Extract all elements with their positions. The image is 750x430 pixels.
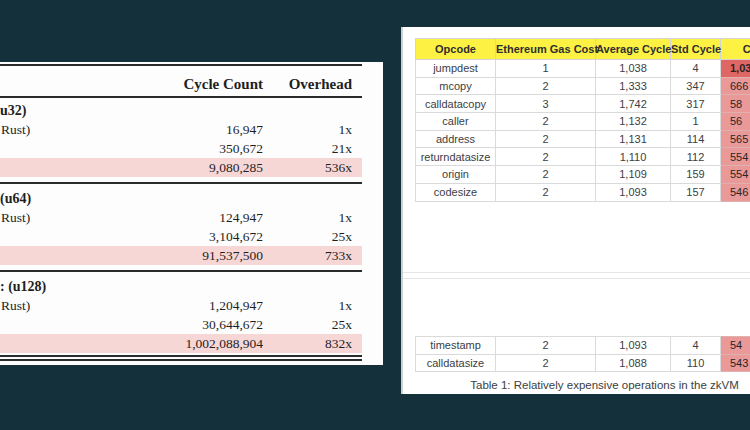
cycle-per-gas-cell: 1,03	[721, 60, 750, 78]
average-cycle-cell: 1,742	[596, 95, 671, 113]
column-header-opcode: Opcode	[416, 39, 496, 60]
benchmark-row: 91,537,500733x	[0, 246, 362, 265]
opcode-cell: timestamp	[416, 337, 496, 355]
benchmark-row: Rust)1,204,9471x	[0, 296, 383, 315]
gas-cost-cell: 2	[496, 166, 596, 184]
opcode-row: calldatacopy31,74231758	[416, 95, 750, 113]
benchmark-row: 3,104,67225x	[0, 227, 383, 246]
paper-section: (u64)Rust)124,9471x3,104,67225x91,537,50…	[0, 189, 383, 265]
opcode-table-bottom: timestamp21,093454calldatasize21,0881105…	[415, 336, 750, 372]
overhead-value: 21x	[0, 139, 352, 158]
cycle-per-gas-cell: 58	[721, 95, 750, 113]
benchmark-table-header: Cycle Count Overhead	[0, 68, 383, 96]
overhead-value: 832x	[0, 334, 352, 353]
opcode-cell: returndatasize	[416, 148, 496, 166]
cycle-per-gas-cell: 56	[721, 113, 750, 131]
std-cycle-cell: 114	[671, 130, 721, 148]
benchmark-row: 9,080,285536x	[0, 158, 362, 177]
opcode-row: origin21,109159554	[416, 166, 750, 184]
overhead-value: 536x	[0, 158, 352, 177]
opcode-row: timestamp21,093454	[416, 337, 750, 355]
gas-cost-cell: 2	[496, 130, 596, 148]
std-cycle-cell: 1	[671, 113, 721, 131]
cycle-per-gas-cell: 666	[721, 77, 750, 95]
column-header-average-cycle: Average Cycle	[596, 39, 671, 60]
header-rule	[0, 96, 362, 98]
std-cycle-cell: 112	[671, 148, 721, 166]
opcode-sheet-panel: OpcodeEthereum Gas CostAverage CycleStd …	[401, 27, 750, 394]
slide-canvas: Cycle Count Overhead u32)Rust)16,9471x35…	[0, 0, 750, 430]
opcode-cell: mcopy	[416, 77, 496, 95]
opcode-row: address21,131114565	[416, 130, 750, 148]
opcode-cell: caller	[416, 113, 496, 131]
cycle-per-gas-cell: 546	[721, 183, 750, 201]
average-cycle-cell: 1,110	[596, 148, 671, 166]
std-cycle-cell: 157	[671, 183, 721, 201]
gas-cost-cell: 2	[496, 148, 596, 166]
average-cycle-cell: 1,093	[596, 183, 671, 201]
top-rule	[0, 64, 362, 66]
section-title: u32)	[0, 101, 383, 120]
gas-cost-cell: 2	[496, 337, 596, 355]
section-title: (u64)	[0, 189, 383, 208]
opcode-table: OpcodeEthereum Gas CostAverage CycleStd …	[415, 38, 750, 202]
opcode-row: codesize21,093157546	[416, 183, 750, 201]
overhead-value: 733x	[0, 246, 352, 265]
section-divider-line	[403, 278, 750, 279]
benchmark-row: Rust)124,9471x	[0, 208, 383, 227]
column-header-std-cycle: Std Cycle	[671, 39, 721, 60]
mid-rule	[0, 182, 362, 184]
benchmark-row: 350,67221x	[0, 139, 383, 158]
std-cycle-cell: 317	[671, 95, 721, 113]
gas-cost-cell: 2	[496, 354, 596, 372]
cycle-per-gas-cell: 565	[721, 130, 750, 148]
overhead-value: 1x	[0, 208, 352, 227]
column-header-ethereum-gas-cost: Ethereum Gas Cost	[496, 39, 596, 60]
opcode-cell: address	[416, 130, 496, 148]
overhead-value: 25x	[0, 315, 352, 334]
opcode-cell: jumpdest	[416, 60, 496, 78]
opcode-cell: calldatacopy	[416, 95, 496, 113]
average-cycle-cell: 1,109	[596, 166, 671, 184]
section-divider-line	[403, 272, 750, 273]
bottom-rule	[0, 355, 362, 361]
paper-section: : (u128)Rust)1,204,9471x30,644,67225x1,0…	[0, 277, 383, 353]
opcode-row: calldatasize21,088110543	[416, 354, 750, 372]
average-cycle-cell: 1,038	[596, 60, 671, 78]
std-cycle-cell: 159	[671, 166, 721, 184]
average-cycle-cell: 1,131	[596, 130, 671, 148]
opcode-row: caller21,132156	[416, 113, 750, 131]
benchmark-row: 1,002,088,904832x	[0, 334, 362, 353]
benchmark-row: Rust)16,9471x	[0, 120, 383, 139]
benchmark-table-panel: Cycle Count Overhead u32)Rust)16,9471x35…	[0, 62, 383, 365]
overhead-value: 1x	[0, 296, 352, 315]
section-title: : (u128)	[0, 277, 383, 296]
cycle-per-gas-cell: 554	[721, 148, 750, 166]
gas-cost-cell: 2	[496, 113, 596, 131]
opcode-cell: calldatasize	[416, 354, 496, 372]
gas-cost-cell: 2	[496, 183, 596, 201]
opcode-row: returndatasize21,110112554	[416, 148, 750, 166]
opcode-row: mcopy21,333347666	[416, 77, 750, 95]
opcode-cell: codesize	[416, 183, 496, 201]
std-cycle-cell: 347	[671, 77, 721, 95]
gas-cost-cell: 3	[496, 95, 596, 113]
opcode-row: jumpdest11,03841,03	[416, 60, 750, 78]
cycle-per-gas-cell: 543	[721, 354, 750, 372]
overhead-value: 25x	[0, 227, 352, 246]
mid-rule	[0, 270, 362, 272]
cycle-per-gas-cell: 554	[721, 166, 750, 184]
average-cycle-cell: 1,333	[596, 77, 671, 95]
overhead-value: 1x	[0, 120, 352, 139]
std-cycle-cell: 4	[671, 60, 721, 78]
table-caption: Table 1: Relatively expensive operations…	[415, 378, 750, 392]
benchmark-row: 30,644,67225x	[0, 315, 383, 334]
opcode-cell: origin	[416, 166, 496, 184]
std-cycle-cell: 110	[671, 354, 721, 372]
std-cycle-cell: 4	[671, 337, 721, 355]
average-cycle-cell: 1,132	[596, 113, 671, 131]
gas-cost-cell: 2	[496, 77, 596, 95]
paper-sections: u32)Rust)16,9471x350,67221x9,080,285536x…	[0, 101, 383, 361]
gas-cost-cell: 1	[496, 60, 596, 78]
average-cycle-cell: 1,088	[596, 354, 671, 372]
